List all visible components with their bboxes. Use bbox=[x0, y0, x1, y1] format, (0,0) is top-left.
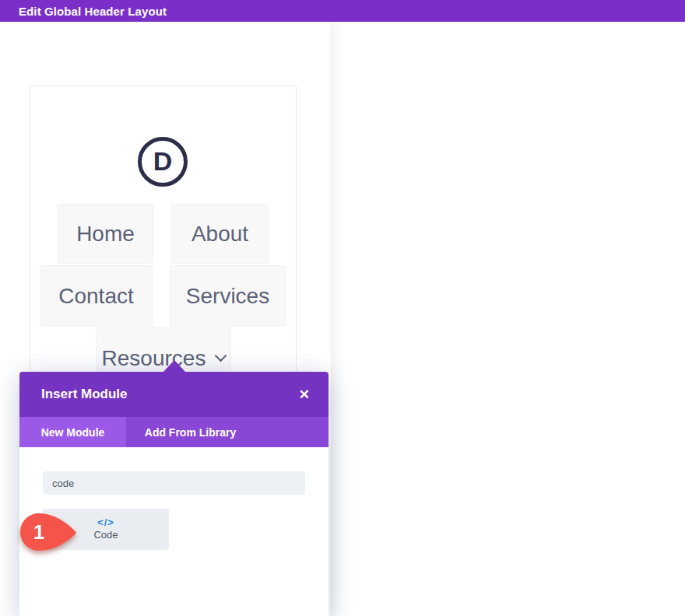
site-logo[interactable]: D bbox=[138, 137, 188, 187]
close-icon[interactable]: ✕ bbox=[299, 388, 310, 401]
modal-pointer-arrow bbox=[163, 360, 186, 373]
nav-item-contact[interactable]: Contact bbox=[40, 265, 153, 327]
chevron-down-icon bbox=[215, 349, 227, 362]
nav-item-label: Contact bbox=[58, 284, 134, 309]
tab-add-from-library[interactable]: Add From Library bbox=[126, 417, 255, 447]
tab-label: Add From Library bbox=[145, 426, 236, 439]
canvas-background bbox=[332, 22, 685, 616]
modal-header: Insert Module ✕ bbox=[19, 372, 328, 417]
annotation-pin-1: 1 bbox=[19, 512, 78, 552]
nav-item-label: Services bbox=[186, 284, 269, 309]
nav-item-home[interactable]: Home bbox=[58, 204, 153, 264]
nav-item-about[interactable]: About bbox=[171, 204, 269, 264]
module-search-input[interactable] bbox=[43, 471, 305, 495]
screen: Edit Global Header Layout D Home About C… bbox=[0, 0, 685, 616]
insert-module-modal: Insert Module ✕ New Module Add From Libr… bbox=[19, 372, 328, 616]
code-icon: </> bbox=[97, 517, 114, 527]
modal-tabs: New Module Add From Library bbox=[19, 417, 328, 447]
edit-layout-topbar: Edit Global Header Layout bbox=[0, 0, 685, 22]
nav-item-label: Resources bbox=[102, 346, 206, 371]
nav-item-label: About bbox=[191, 222, 248, 247]
annotation-number: 1 bbox=[19, 512, 59, 552]
tab-label: New Module bbox=[41, 426, 105, 439]
nav-item-services[interactable]: Services bbox=[170, 265, 286, 327]
modal-title: Insert Module bbox=[41, 387, 128, 402]
tab-new-module[interactable]: New Module bbox=[19, 417, 126, 447]
module-label: Code bbox=[93, 529, 118, 541]
nav-item-label: Home bbox=[76, 222, 135, 247]
logo-letter: D bbox=[153, 148, 173, 174]
topbar-title: Edit Global Header Layout bbox=[19, 5, 167, 18]
